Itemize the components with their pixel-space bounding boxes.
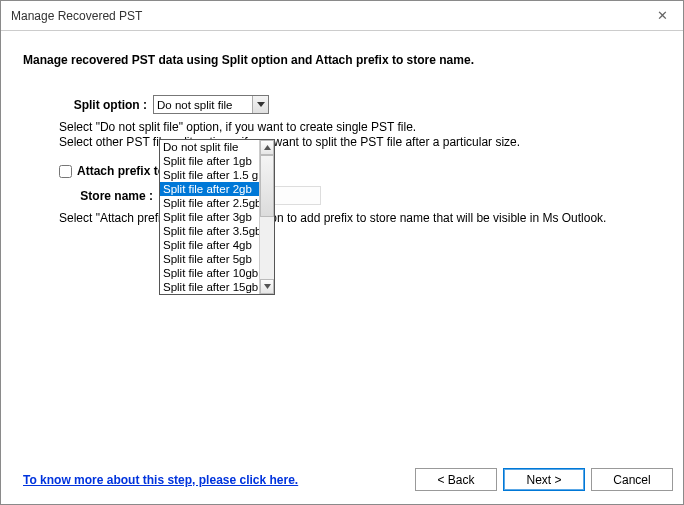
scroll-up-button[interactable]	[260, 140, 274, 155]
dialog-window: Manage Recovered PST ✕ Manage recovered …	[0, 0, 684, 505]
scroll-thumb[interactable]	[260, 155, 274, 217]
dialog-footer: To know more about this step, please cli…	[1, 460, 683, 504]
instruction-line-1: Select "Do not split file" option, if yo…	[59, 120, 661, 135]
dropdown-option[interactable]: Split file after 10gb	[160, 266, 259, 280]
attach-prefix-checkbox[interactable]	[59, 165, 72, 178]
dropdown-option[interactable]: Split file after 3gb	[160, 210, 259, 224]
dropdown-items: Do not split fileSplit file after 1gbSpl…	[160, 140, 259, 294]
store-name-row: Store name :	[59, 186, 661, 205]
attach-prefix-note: Select "Attach prefix to store name" opt…	[59, 211, 661, 225]
dialog-subtitle: Manage recovered PST data using Split op…	[23, 53, 661, 67]
split-option-select[interactable]: Do not split file	[153, 95, 269, 114]
dropdown-option[interactable]: Split file after 3.5gb	[160, 224, 259, 238]
split-option-row: Split option : Do not split file	[23, 95, 661, 114]
dropdown-option[interactable]: Split file after 2.5gb	[160, 196, 259, 210]
dropdown-option[interactable]: Split file after 5gb	[160, 252, 259, 266]
dialog-body: Manage recovered PST data using Split op…	[1, 31, 683, 460]
close-button[interactable]: ✕	[641, 1, 683, 30]
dropdown-option[interactable]: Split file after 1.5 gb	[160, 168, 259, 182]
svg-marker-0	[257, 102, 265, 107]
titlebar: Manage Recovered PST ✕	[1, 1, 683, 31]
dropdown-option[interactable]: Do not split file	[160, 140, 259, 154]
attach-prefix-row: Attach prefix to store name	[59, 164, 661, 178]
svg-marker-2	[264, 284, 271, 289]
back-button[interactable]: < Back	[415, 468, 497, 491]
dropdown-option[interactable]: Split file after 1gb	[160, 154, 259, 168]
split-option-label: Split option :	[23, 98, 153, 112]
dropdown-scrollbar[interactable]	[259, 140, 274, 294]
dropdown-option[interactable]: Split file after 4gb	[160, 238, 259, 252]
close-icon: ✕	[657, 8, 668, 23]
help-link[interactable]: To know more about this step, please cli…	[23, 473, 409, 487]
store-name-label: Store name :	[59, 189, 159, 203]
instruction-line-2: Select other PST file split options, if …	[59, 135, 661, 150]
next-button[interactable]: Next >	[503, 468, 585, 491]
chevron-down-icon	[252, 96, 268, 113]
split-instructions: Select "Do not split file" option, if yo…	[59, 120, 661, 150]
scroll-track[interactable]	[260, 155, 274, 279]
split-option-value: Do not split file	[154, 99, 252, 111]
dropdown-option[interactable]: Split file after 2gb	[160, 182, 259, 196]
cancel-button[interactable]: Cancel	[591, 468, 673, 491]
window-title: Manage Recovered PST	[11, 9, 641, 23]
split-option-dropdown[interactable]: Do not split fileSplit file after 1gbSpl…	[159, 139, 275, 295]
dropdown-option[interactable]: Split file after 15gb	[160, 280, 259, 294]
scroll-down-button[interactable]	[260, 279, 274, 294]
svg-marker-1	[264, 145, 271, 150]
